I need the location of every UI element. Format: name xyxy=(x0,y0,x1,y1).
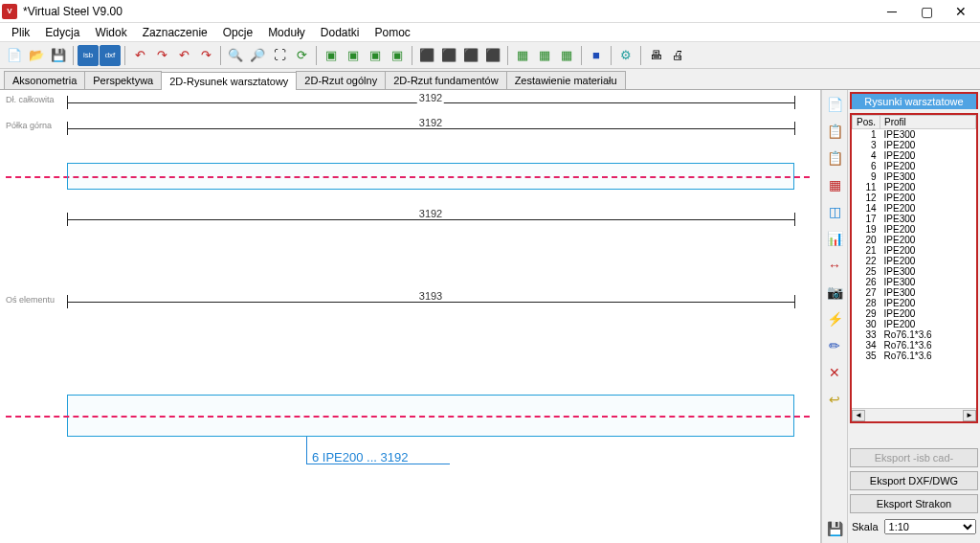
beam-elevation-1[interactable] xyxy=(67,163,794,190)
menu-edycja[interactable]: Edycja xyxy=(37,24,87,41)
table-row[interactable]: 12IPE200 xyxy=(853,192,976,203)
table-row[interactable]: 28IPE200 xyxy=(853,298,976,308)
table-row[interactable]: 17IPE300 xyxy=(853,214,976,224)
table-row[interactable]: 30IPE200 xyxy=(853,319,976,329)
view-front-icon[interactable]: ⬛ xyxy=(416,45,437,66)
centerline-2 xyxy=(6,416,810,418)
table-row[interactable]: 9IPE300 xyxy=(853,171,976,182)
zoom-fit-icon[interactable]: ⛶ xyxy=(269,45,290,66)
tab-2d-rysunek[interactable]: 2D-Rysunek warsztatowy xyxy=(161,72,297,90)
dim-4: 3193 xyxy=(417,290,444,302)
refresh-icon[interactable]: ⟳ xyxy=(291,45,312,66)
menu-dodatki[interactable]: Dodatki xyxy=(313,24,368,41)
menu-opcje[interactable]: Opcje xyxy=(215,24,260,41)
scale-select[interactable]: 1:10 xyxy=(884,519,976,534)
menu-plik[interactable]: Plik xyxy=(4,24,37,41)
scroll-right-icon[interactable]: ► xyxy=(963,410,976,421)
zoom-out-icon[interactable]: 🔎 xyxy=(247,45,268,66)
tab-2d-rzut-ogolny[interactable]: 2D-Rzut ogólny xyxy=(296,71,386,89)
view-iso-icon[interactable]: ⬛ xyxy=(482,45,503,66)
box1-icon[interactable]: ▣ xyxy=(321,45,342,66)
vs-exit-icon[interactable]: ↩ xyxy=(824,389,845,410)
preview-icon[interactable]: 🖨 xyxy=(667,45,688,66)
table-row[interactable]: 25IPE300 xyxy=(853,266,976,277)
misc1-icon[interactable]: ⚙ xyxy=(615,45,636,66)
grid3-icon[interactable]: ▦ xyxy=(556,45,577,66)
drawing-canvas[interactable]: Dł. całkowita 3192 Półka górna 3192 3192… xyxy=(0,90,821,543)
isb-icon[interactable]: isb xyxy=(78,45,99,66)
vs-line-icon[interactable]: ✕ xyxy=(824,362,845,383)
vs-tool-icon[interactable]: ✏ xyxy=(824,335,845,356)
vs-save-icon[interactable]: 💾 xyxy=(824,518,845,539)
box2-icon[interactable]: ▣ xyxy=(343,45,364,66)
table-row[interactable]: 35Ro76.1*3.6 xyxy=(853,351,976,361)
new-icon[interactable]: 📄 xyxy=(4,45,25,66)
table-row[interactable]: 1IPE300 xyxy=(853,129,976,141)
zoom-in-icon[interactable]: 🔍 xyxy=(225,45,246,66)
col-pos[interactable]: Pos. xyxy=(853,116,880,129)
table-row[interactable]: 27IPE300 xyxy=(853,287,976,298)
table-row[interactable]: 14IPE200 xyxy=(853,203,976,214)
vs-grid-icon[interactable]: ▦ xyxy=(824,174,845,195)
vs-paper2-icon[interactable]: 📋 xyxy=(824,147,845,169)
menu-zaznaczenie[interactable]: Zaznaczenie xyxy=(135,24,215,41)
table-row[interactable]: 22IPE200 xyxy=(853,256,976,266)
view-tabs: Aksonometria Perspektywa 2D-Rysunek wars… xyxy=(0,69,980,90)
dim-line-4 xyxy=(67,302,794,303)
vs-bolt-icon[interactable]: ⚡ xyxy=(824,308,845,329)
table-row[interactable]: 4IPE200 xyxy=(853,150,976,161)
menu-bar: Plik Edycja Widok Zaznaczenie Opcje Modu… xyxy=(0,23,980,42)
table-row[interactable]: 11IPE200 xyxy=(853,182,976,192)
box4-icon[interactable]: ▣ xyxy=(387,45,408,66)
table-row[interactable]: 29IPE200 xyxy=(853,308,976,319)
redo-icon[interactable]: ↷ xyxy=(151,45,172,66)
tab-zestawienie[interactable]: Zestawienie materiału xyxy=(506,71,626,89)
vs-camera-icon[interactable]: 📷 xyxy=(824,282,845,303)
vs-dim-icon[interactable]: ↔ xyxy=(824,255,845,276)
vs-chart-icon[interactable]: 📊 xyxy=(824,228,845,249)
table-row[interactable]: 33Ro76.1*3.6 xyxy=(853,329,976,340)
table-row[interactable]: 34Ro76.1*3.6 xyxy=(853,340,976,351)
vs-cube-icon[interactable]: ◫ xyxy=(824,201,845,222)
minimize-button[interactable]: ─ xyxy=(875,1,909,22)
h-scrollbar[interactable]: ◄ ► xyxy=(852,408,976,421)
dxf-icon[interactable]: dxf xyxy=(100,45,121,66)
callout-text: 6 IPE200 ... 3192 xyxy=(312,450,408,464)
vs-add-icon[interactable]: 📄 xyxy=(824,94,845,115)
grid1-icon[interactable]: ▦ xyxy=(512,45,533,66)
profile-list[interactable]: Pos. Profil 1IPE3003IPE2004IPE2006IPE200… xyxy=(850,113,978,423)
print-icon[interactable]: 🖶 xyxy=(645,45,666,66)
dim-2: 3192 xyxy=(417,117,444,128)
vs-paper-icon[interactable]: 📋 xyxy=(824,121,845,142)
open-icon[interactable]: 📂 xyxy=(26,45,47,66)
view-top-icon[interactable]: ⬛ xyxy=(460,45,481,66)
menu-widok[interactable]: Widok xyxy=(87,24,134,41)
table-row[interactable]: 3IPE200 xyxy=(853,140,976,150)
table-row[interactable]: 6IPE200 xyxy=(853,161,976,171)
box3-icon[interactable]: ▣ xyxy=(365,45,386,66)
table-row[interactable]: 20IPE200 xyxy=(853,235,976,245)
scroll-left-icon[interactable]: ◄ xyxy=(852,410,865,421)
maximize-button[interactable]: ▢ xyxy=(909,1,944,22)
table-row[interactable]: 21IPE200 xyxy=(853,245,976,256)
label-overall: Dł. całkowita xyxy=(6,95,55,104)
toolbar: 📄 📂 💾 isb dxf ↶ ↷ ↶ ↷ 🔍 🔎 ⛶ ⟳ ▣ ▣ ▣ ▣ ⬛ … xyxy=(0,42,980,69)
solid-icon[interactable]: ■ xyxy=(586,45,607,66)
grid2-icon[interactable]: ▦ xyxy=(534,45,555,66)
tab-aksonometria[interactable]: Aksonometria xyxy=(4,71,85,89)
undo2-icon[interactable]: ↶ xyxy=(173,45,194,66)
menu-moduly[interactable]: Moduły xyxy=(260,24,313,41)
tab-perspektywa[interactable]: Perspektywa xyxy=(84,71,162,89)
export-strakon-button[interactable]: Eksport Strakon xyxy=(850,494,978,513)
view-side-icon[interactable]: ⬛ xyxy=(438,45,459,66)
undo-icon[interactable]: ↶ xyxy=(129,45,150,66)
col-profil[interactable]: Profil xyxy=(880,116,976,129)
close-button[interactable]: ✕ xyxy=(944,1,978,22)
table-row[interactable]: 19IPE200 xyxy=(853,224,976,235)
table-row[interactable]: 26IPE300 xyxy=(853,277,976,287)
tab-2d-rzut-fund[interactable]: 2D-Rzut fundamentów xyxy=(385,71,506,89)
save-icon[interactable]: 💾 xyxy=(48,45,69,66)
export-dxf-button[interactable]: Eksport DXF/DWG xyxy=(850,471,978,490)
menu-pomoc[interactable]: Pomoc xyxy=(368,24,418,41)
redo2-icon[interactable]: ↷ xyxy=(195,45,216,66)
